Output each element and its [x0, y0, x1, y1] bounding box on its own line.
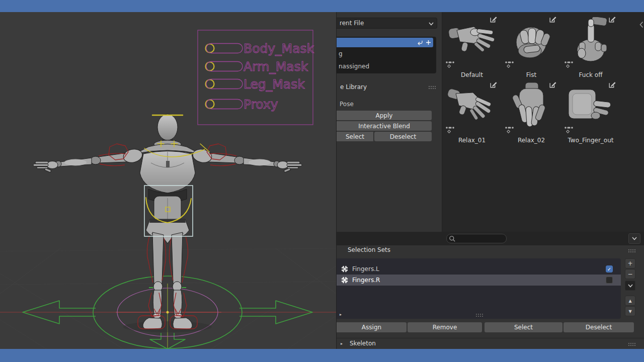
pose-select-button[interactable]: Select [337, 132, 373, 141]
catalog-item-unassigned[interactable]: nassigned [339, 63, 369, 70]
edit-pose-icon[interactable] [608, 80, 616, 89]
pose-thumbnail-default [448, 17, 496, 67]
apply-pose-label: Apply [376, 112, 393, 119]
axis-lines [0, 284, 336, 349]
asset-badge-icon [564, 126, 574, 134]
pose-thumbnail-relax02 [507, 82, 555, 133]
edit-pose-icon[interactable] [548, 15, 557, 24]
panel-drag-handle[interactable] [428, 85, 436, 89]
asset-badge-icon [505, 126, 515, 134]
bone-group-icon [341, 276, 349, 284]
selection-set-name: Fingers.L [352, 265, 379, 273]
catalog-item[interactable]: g [339, 50, 343, 57]
pose-asset-relax02[interactable]: Relax_02 [502, 79, 561, 145]
chevron-down-icon [632, 237, 637, 240]
deselect-label: Deselect [586, 324, 612, 331]
pose-library-panel-header[interactable]: e Library [337, 82, 442, 93]
remove-label: Remove [433, 324, 457, 331]
move-set-up-button[interactable]: ▲ [625, 296, 635, 306]
assign-button[interactable]: Assign [337, 322, 407, 332]
list-resize-handle[interactable] [475, 313, 483, 317]
ground-shadow [123, 321, 212, 332]
pose-name: Relax_01 [442, 137, 502, 144]
pose-name: Relax_02 [502, 137, 561, 144]
pose-name: Fist [502, 71, 561, 78]
panel-drag-handle[interactable] [628, 342, 635, 346]
selection-sets-title: Selection Sets [348, 246, 390, 253]
search-box[interactable] [446, 234, 507, 243]
asset-badge-icon [445, 60, 455, 68]
panel-collapse-arrow: ▸ [341, 341, 343, 346]
move-set-down-button[interactable]: ▼ [625, 306, 635, 316]
edit-pose-icon[interactable] [548, 80, 557, 89]
selection-set-checkbox[interactable] [606, 265, 613, 273]
asset-badge-icon [445, 126, 455, 134]
selection-sets-panel-header[interactable]: Selection Sets [337, 245, 644, 256]
search-strip [337, 232, 644, 245]
mask-label-proxy: Proxy [244, 97, 278, 112]
region-collapse-chevron-left-icon[interactable] [639, 21, 643, 28]
select-label: Select [514, 324, 533, 331]
mask-label-arm: Arm_Mask [244, 59, 308, 74]
deselect-button[interactable]: Deselect [564, 322, 634, 332]
pose-deselect-button[interactable]: Deselect [374, 132, 432, 141]
remove-selection-set-button[interactable]: − [625, 269, 635, 279]
search-input[interactable] [456, 235, 501, 243]
viewport-canvas: Body_Mask Arm_Mask Leg_Mask Proxy [0, 12, 336, 349]
pose-asset-twofinger[interactable]: Two_Finger_out [561, 79, 620, 145]
pose-asset-fuckoff[interactable]: Fuck off [561, 14, 620, 79]
pose-thumbnail-twofinger [567, 82, 615, 133]
select-button[interactable]: Select [485, 322, 562, 332]
selection-set-name: Fingers.R [352, 277, 380, 284]
selection-set-checkbox[interactable] [606, 277, 613, 284]
mask-slider-proxy[interactable]: Proxy [206, 97, 278, 112]
window-status-bar [0, 349, 644, 362]
asset-source-dropdown[interactable]: rent File [337, 18, 437, 29]
pose-name: Fuck off [561, 71, 620, 78]
mask-slider-arm[interactable]: Arm_Mask [206, 59, 308, 74]
asset-badge-icon [564, 60, 574, 68]
pose-asset-fist[interactable]: Fist [502, 14, 561, 79]
interactive-blend-button[interactable]: Interactive Blend [337, 121, 432, 131]
mask-label-leg: Leg_Mask [244, 77, 305, 92]
add-selection-set-button[interactable]: + [625, 258, 635, 268]
panel-drag-handle[interactable] [628, 249, 635, 252]
catalog-selected-row[interactable] [337, 38, 433, 47]
asset-source-value: rent File [340, 20, 364, 27]
sidebar-bottom-region: Selection Sets [337, 232, 644, 349]
pose-name: Two_Finger_out [561, 137, 620, 144]
blender-window: Body_Mask Arm_Mask Leg_Mask Proxy [0, 0, 644, 362]
assign-label: Assign [362, 324, 381, 331]
edit-pose-icon[interactable] [489, 80, 498, 89]
filter-dropdown-button[interactable] [628, 233, 640, 244]
remove-button[interactable]: Remove [408, 322, 482, 332]
pose-thumbnail-fuckoff [567, 17, 615, 67]
list-item-fingers-l[interactable]: Fingers.L [337, 263, 621, 275]
pose-deselect-label: Deselect [390, 133, 416, 140]
mask-slider-body[interactable]: Body_Mask [206, 41, 314, 56]
skeleton-title: Skeleton [350, 340, 376, 347]
edit-pose-icon[interactable] [489, 15, 498, 24]
list-expander-arrow[interactable]: ▸ [340, 312, 342, 317]
mask-slider-leg[interactable]: Leg_Mask [206, 77, 305, 92]
asset-sidebar-column: rent File g nassigned [337, 12, 442, 232]
chevron-down-icon [429, 22, 434, 26]
skeleton-panel-header[interactable]: ▸ Skeleton [337, 338, 644, 349]
apply-pose-button[interactable]: Apply [337, 111, 432, 120]
plus-icon [426, 40, 431, 45]
mask-control-panel: Body_Mask Arm_Mask Leg_Mask Proxy [198, 30, 314, 125]
pose-asset-default[interactable]: Default [442, 14, 502, 79]
specials-menu-button[interactable] [625, 281, 635, 291]
pose-asset-relax01[interactable]: Relax_01 [442, 79, 502, 145]
pose-thumbnail-relax01 [448, 82, 496, 133]
right-panel: rent File g nassigned [336, 12, 644, 349]
selection-sets-list: Fingers.L [337, 258, 621, 319]
edit-pose-icon[interactable] [608, 15, 616, 24]
floor-grid [0, 248, 336, 349]
import-arrow-icon [416, 39, 423, 46]
viewport-3d[interactable]: Body_Mask Arm_Mask Leg_Mask Proxy [0, 12, 336, 349]
pose-library-title: e Library [340, 83, 367, 90]
interactive-blend-label: Interactive Blend [358, 123, 410, 130]
list-item-fingers-r[interactable]: Fingers.R [337, 275, 621, 286]
search-icon [449, 235, 456, 242]
